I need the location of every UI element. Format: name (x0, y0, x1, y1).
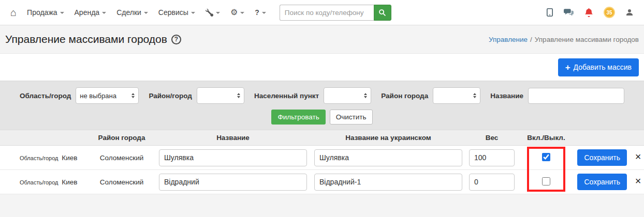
select-stepper-icon (473, 93, 476, 98)
breadcrumb-current: Управление массивами городов (535, 36, 639, 43)
plus-icon: + (565, 63, 570, 72)
weight-input[interactable] (469, 149, 515, 166)
nav-menu-label: Сделки (116, 8, 141, 17)
breadcrumb-separator: / (530, 36, 532, 43)
chevron-down-icon (144, 12, 148, 14)
top-navigation: ⌂ Продажа Аренда Сделки Сервисы ⚙ ? (0, 0, 644, 25)
name-ua-input[interactable] (314, 174, 462, 191)
select-stepper-icon (131, 93, 135, 98)
add-array-button[interactable]: + Добавить массив (558, 58, 639, 76)
nav-menu-settings[interactable]: ⚙ (230, 8, 244, 17)
header-city-district: Район города (88, 130, 155, 146)
breadcrumb: Управление/Управление массивами городов (489, 36, 639, 43)
save-button[interactable]: Сохранить (577, 149, 627, 166)
bell-icon[interactable] (584, 8, 593, 17)
tablet-icon[interactable] (547, 8, 553, 17)
toolbar: + Добавить массив (0, 54, 644, 81)
wrench-icon (206, 9, 213, 17)
chevron-down-icon (191, 12, 195, 14)
region-cell: Область/город Киев (0, 146, 88, 170)
search-button[interactable] (374, 5, 391, 21)
nav-menu-label: Сервисы (158, 8, 188, 17)
header-actions (575, 130, 644, 146)
enabled-checkbox[interactable] (542, 177, 550, 185)
search-bar (280, 5, 391, 21)
city-district-select[interactable] (433, 87, 480, 104)
search-icon (378, 9, 386, 17)
table-row: Область/город Киев Соломенский Сохранить… (0, 170, 644, 194)
chevron-down-icon (216, 12, 220, 14)
name-input[interactable] (159, 174, 307, 191)
select-stepper-icon (237, 93, 240, 98)
arrays-table: Район города Название Название на украин… (0, 130, 644, 194)
header-name-ua: Название на украинском (311, 130, 466, 146)
table-header-row: Район города Название Название на украин… (0, 130, 644, 146)
name-input[interactable] (159, 149, 307, 166)
close-icon[interactable]: × (635, 151, 641, 162)
close-icon[interactable]: × (635, 175, 641, 187)
page-header: Управление массивами городов ? Управлени… (0, 25, 644, 54)
chevron-down-icon (102, 12, 106, 14)
save-button[interactable]: Сохранить (577, 174, 627, 190)
region-cell: Область/город Киев (0, 170, 88, 194)
header-name: Название (155, 130, 311, 146)
page-title: Управление массивами городов ? (5, 33, 181, 45)
district-filter-label: Район/город (149, 92, 192, 100)
region-value: Киев (62, 178, 77, 186)
region-value: Киев (62, 154, 77, 162)
coin-badge[interactable]: 35 (604, 7, 615, 18)
header-enabled: Вкл./Выкл. (518, 130, 575, 146)
help-icon[interactable]: ? (171, 35, 181, 44)
nav-menu-arenda[interactable]: Аренда (75, 8, 107, 17)
chat-icon[interactable] (563, 8, 574, 17)
nav-right-icons: 35 (547, 7, 634, 18)
nav-menu-label: Продажа (27, 8, 57, 17)
page-title-text: Управление массивами городов (5, 33, 167, 45)
weight-input[interactable] (469, 174, 515, 191)
breadcrumb-link[interactable]: Управление (489, 36, 528, 43)
city-district-cell: Соломенский (88, 170, 155, 194)
district-select[interactable] (197, 87, 244, 104)
search-input[interactable] (280, 5, 374, 21)
home-icon[interactable]: ⌂ (10, 7, 17, 18)
region-select[interactable]: не выбрана (76, 87, 139, 104)
settlement-filter-label: Населенный пункт (254, 92, 319, 100)
region-label: Область/город (20, 179, 58, 185)
clear-button[interactable]: Очистить (330, 110, 373, 125)
region-label: Область/город (20, 155, 58, 161)
nav-menu-prodazha[interactable]: Продажа (27, 8, 64, 17)
name-filter-label: Название (490, 92, 523, 100)
nav-menu-sdelki[interactable]: Сделки (116, 8, 148, 17)
nav-menu-tools[interactable] (206, 9, 220, 17)
filter-panel: Область/город не выбрана Район/город Нас… (0, 81, 644, 130)
nav-menu-servisy[interactable]: Сервисы (158, 8, 195, 17)
question-icon: ? (255, 8, 259, 17)
table-row: Область/город Киев Соломенский Сохранить… (0, 146, 644, 170)
filter-button[interactable]: Фильтровать (271, 110, 325, 125)
chevron-down-icon (262, 12, 266, 14)
nav-menu-label: Аренда (75, 8, 100, 17)
chevron-down-icon (60, 12, 64, 14)
region-select-value: не выбрана (80, 92, 116, 100)
select-stepper-icon (364, 93, 367, 98)
name-ua-input[interactable] (314, 149, 462, 166)
page-background (0, 194, 644, 217)
add-array-label: Добавить массив (574, 63, 632, 71)
header-weight: Вес (466, 130, 518, 146)
chevron-down-icon (240, 12, 244, 14)
region-filter-label: Область/город (20, 92, 71, 100)
header-region (0, 130, 88, 146)
enabled-checkbox[interactable] (542, 153, 550, 161)
nav-menu-help[interactable]: ? (255, 8, 266, 17)
name-filter-input[interactable] (528, 88, 624, 104)
city-district-filter-label: Район города (381, 92, 428, 100)
arrays-table-wrap: Район города Название Название на украин… (0, 130, 644, 194)
settlement-select[interactable] (324, 87, 371, 104)
user-icon[interactable] (625, 8, 634, 17)
gear-icon: ⚙ (230, 8, 238, 17)
city-district-cell: Соломенский (88, 146, 155, 170)
